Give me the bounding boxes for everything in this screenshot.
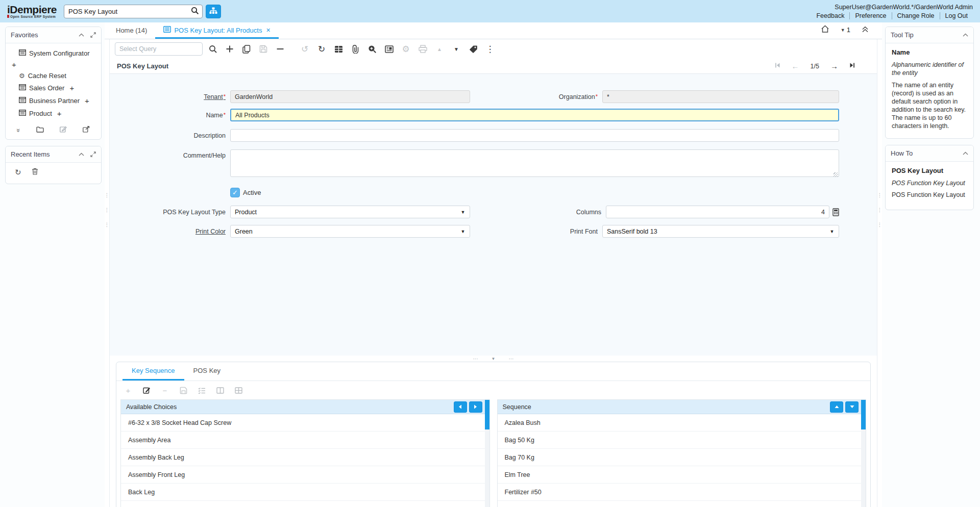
detail-edit-button[interactable] (140, 384, 153, 397)
list-item[interactable]: Assembly Back Leg (121, 449, 489, 466)
select-query-input[interactable] (115, 45, 203, 53)
label-tag-button[interactable] (467, 42, 480, 56)
collapse-toolbar-icon[interactable]: ▲ (433, 42, 446, 56)
list-item[interactable]: Fertilizer #50 (498, 484, 866, 501)
list-item[interactable]: Bag 50 Kg (498, 432, 866, 449)
caret-down-icon[interactable]: ▼ (456, 206, 470, 218)
tab-pos-key[interactable]: POS Key (184, 362, 230, 381)
folder-icon[interactable] (36, 126, 44, 134)
move-down-button[interactable] (845, 401, 859, 413)
how-to-link[interactable]: POS Function Key Layout (892, 191, 967, 199)
organization-label[interactable]: Organization* (470, 93, 602, 100)
trash-icon[interactable] (32, 168, 38, 176)
description-field[interactable] (230, 129, 839, 142)
home-icon[interactable] (821, 25, 829, 35)
move-right-button[interactable] (469, 401, 482, 413)
previous-record-button[interactable]: ← (792, 62, 799, 70)
undo-button[interactable]: ↺ (298, 42, 311, 56)
process-gear-button[interactable]: ⚙ (399, 42, 412, 56)
collapse-panel-icon[interactable] (79, 153, 84, 156)
delete-record-button[interactable] (274, 42, 287, 56)
list-item[interactable]: Fertilizer #70 (498, 501, 866, 507)
print-font-select[interactable]: SansSerif bold 13 ▼ (602, 225, 839, 238)
columns-field[interactable] (606, 206, 829, 218)
comment-help-field[interactable] (230, 149, 839, 177)
expand-panel-icon[interactable] (90, 151, 96, 157)
caret-down-icon[interactable]: ▼ (456, 225, 470, 237)
active-checkbox[interactable]: ✓ (230, 188, 240, 197)
horizontal-splitter-handle[interactable]: ··· ▼ ··· (110, 356, 877, 362)
west-splitter-handle[interactable]: ⋮⋮⋮ (105, 39, 109, 507)
favorite-add-icon[interactable]: + (8, 59, 99, 70)
save-button[interactable] (257, 42, 270, 56)
detail-delete-button[interactable]: − (158, 384, 172, 397)
detail-save-button[interactable] (177, 384, 190, 397)
detail-new-button[interactable]: + (121, 384, 135, 397)
logout-link[interactable]: Log Out (940, 12, 973, 19)
expand-toolbar-icon[interactable]: ▼ (450, 42, 463, 56)
next-record-button[interactable]: → (830, 62, 838, 70)
detail-grid-icon[interactable] (232, 384, 245, 397)
search-icon[interactable] (191, 7, 199, 16)
preference-link[interactable]: Preference (849, 12, 891, 19)
list-item[interactable]: Bag 70 Kg (498, 449, 866, 466)
name-field[interactable] (230, 109, 839, 121)
collapse-panel-icon[interactable] (963, 33, 968, 37)
list-item[interactable]: Assembly Area (121, 432, 489, 449)
add-new-record-icon[interactable]: + (69, 84, 74, 92)
add-new-record-icon[interactable]: + (57, 109, 62, 118)
zoom-across-button[interactable] (365, 42, 379, 56)
new-record-button[interactable] (223, 42, 236, 56)
list-scrollbar[interactable] (861, 400, 866, 507)
change-role-link[interactable]: Change Role (892, 12, 940, 19)
favorite-item-system-configurator[interactable]: System Configurator (8, 47, 99, 59)
east-splitter-handle[interactable]: ⋮⋮⋮ (877, 39, 882, 507)
favorite-item-sales-order[interactable]: Sales Order + (8, 82, 99, 94)
print-color-select[interactable]: Green ▼ (230, 225, 470, 238)
attachment-button[interactable] (349, 42, 362, 56)
list-scrollbar[interactable] (485, 400, 489, 507)
collapse-header-icon[interactable] (862, 26, 869, 34)
find-record-button[interactable] (206, 42, 219, 56)
print-color-label[interactable]: Print Color (115, 228, 230, 235)
textarea-resize-handle[interactable] (834, 172, 838, 177)
report-button[interactable] (382, 42, 396, 56)
calculator-icon[interactable] (832, 208, 839, 216)
detail-checklist-icon[interactable] (195, 384, 208, 397)
collapse-south-icon[interactable]: ▼ (492, 357, 496, 361)
more-options-button[interactable]: ⋮ (483, 42, 497, 56)
share-icon[interactable] (83, 126, 90, 134)
list-item[interactable]: Elm Tree (498, 466, 866, 484)
detail-columns-icon[interactable] (213, 384, 227, 397)
list-item[interactable]: #6-32 x 3/8 Socket Head Cap Screw (121, 414, 489, 432)
favorite-item-cache-reset[interactable]: ⚙ Cache Reset (8, 70, 99, 82)
last-record-button[interactable] (849, 62, 855, 70)
caret-down-icon[interactable]: ▼ (825, 225, 839, 237)
tab-pos-key-layout[interactable]: POS Key Layout: All Products × (155, 22, 278, 39)
tenant-label[interactable]: Tenant* (115, 93, 230, 100)
menu-tree-button[interactable] (206, 5, 221, 18)
close-tab-icon[interactable]: × (266, 26, 270, 34)
list-item[interactable]: Azalea Bush (498, 414, 866, 432)
pos-key-layout-type-select[interactable]: Product ▼ (230, 206, 470, 218)
print-button[interactable] (416, 42, 429, 56)
refresh-icon[interactable]: ↻ (15, 168, 21, 176)
refresh-button[interactable]: ↻ (315, 42, 328, 56)
grid-toggle-button[interactable] (332, 42, 345, 56)
organization-field[interactable] (602, 90, 839, 103)
collapse-panel-icon[interactable] (963, 151, 968, 155)
app-logo[interactable]: iDempiere Open Source ERP System (7, 5, 57, 18)
list-item[interactable]: Back Leg (121, 484, 489, 501)
scrollbar-thumb[interactable] (485, 400, 489, 429)
collapse-panel-icon[interactable] (79, 33, 84, 37)
tab-home[interactable]: Home (14) (108, 23, 155, 39)
open-windows-dropdown[interactable]: ▼ 1 (841, 26, 850, 34)
add-new-record-icon[interactable]: + (85, 96, 89, 105)
scrollbar-thumb[interactable] (861, 400, 866, 429)
move-left-button[interactable] (454, 401, 467, 413)
first-record-button[interactable] (774, 62, 780, 70)
expand-panel-icon[interactable] (90, 32, 96, 38)
list-item[interactable]: Assembly Front Leg (121, 466, 489, 484)
tenant-field[interactable] (230, 90, 470, 103)
favorite-item-business-partner[interactable]: Business Partner + (8, 94, 99, 107)
